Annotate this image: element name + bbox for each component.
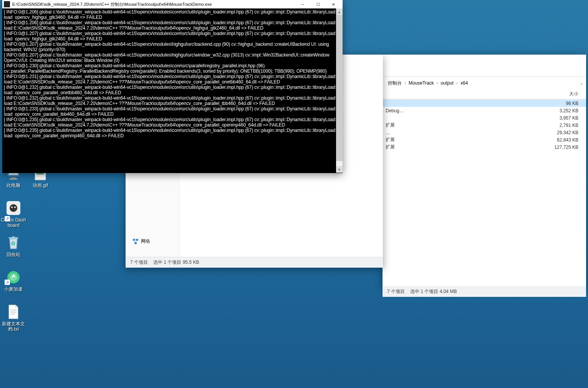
column-header-row[interactable]: 大小: [383, 89, 586, 99]
minimize-button[interactable]: ─: [295, 0, 310, 8]
file-size: 2,791 KB: [552, 123, 583, 128]
file-size: 62,843 KB: [552, 137, 583, 143]
svg-point-12: [10, 204, 17, 212]
chevron-right-icon: ›: [437, 80, 438, 86]
file-size: 3,957 KB: [552, 115, 583, 121]
file-type: Debug…: [386, 108, 404, 113]
icon-label: 动画.gif: [27, 183, 54, 188]
console-output[interactable]: [ INFO:0@1.206] global c:\build\master_w…: [2, 8, 343, 173]
explorer-titlebar-area: [383, 55, 586, 77]
scroll-down-button[interactable]: ▾: [336, 166, 343, 173]
breadcrumb-segment[interactable]: MouseTrack: [406, 79, 436, 87]
console-line: [ INFO:0@1.232] global c:\build\master_w…: [4, 95, 341, 106]
status-bar: 7 个项目 选中 1 个项目 4.04 MB: [383, 286, 586, 297]
svg-point-14: [14, 206, 16, 208]
svg-rect-9: [11, 177, 16, 178]
file-size: 29,342 KB: [552, 130, 583, 135]
icon-label: 新建文本文档.txt: [0, 321, 27, 332]
icon-label: 此电脑: [0, 183, 27, 188]
icon-label: 小麦加速: [0, 286, 27, 292]
console-line: [ INFO:0@1.207] global c:\build\master_w…: [4, 31, 341, 42]
console-line: [ INFO:0@1.235] global c:\build\master_w…: [4, 128, 341, 138]
network-icon: [133, 238, 139, 245]
file-type: 扩展: [386, 144, 395, 150]
chevron-right-icon: ›: [456, 80, 458, 86]
file-row[interactable]: 扩展2,791 KB: [383, 122, 586, 129]
file-size: 96 KB: [552, 101, 583, 106]
explorer-window-x64[interactable]: 控制台 › MouseTrack › output › x64 ⌄ 大小 96 …: [383, 55, 586, 287]
breadcrumb-bar[interactable]: 控制台 › MouseTrack › output › x64 ⌄: [383, 77, 586, 89]
file-type: …: [386, 130, 390, 135]
breadcrumb-segment[interactable]: x64: [458, 79, 470, 87]
console-line: [ INFO:0@1.235] global c:\build\master_w…: [4, 117, 341, 128]
svg-line-29: [134, 241, 136, 242]
console-line: [ INFO:0@1.207] global c:\build\master_w…: [4, 42, 341, 52]
icon-label: Cocos Dashboard: [0, 217, 27, 228]
desktop-icon-recyclebin[interactable]: ♻ 回收站: [0, 235, 27, 257]
breadcrumb-segment[interactable]: 控制台: [386, 79, 404, 88]
svg-rect-10: [10, 178, 17, 180]
cocos-app-icon: [5, 200, 22, 216]
console-line: [ INFO:0@1.231] global c:\build\master_w…: [4, 74, 341, 85]
console-line: [ INFO:0@1.207] global c:\build\master_w…: [4, 52, 341, 63]
file-type: 扩展: [386, 122, 395, 128]
console-title-text: E:\Code\SNSDK\sdk_release_2024.7.20\demo…: [12, 2, 295, 7]
file-type: 扩展: [386, 137, 395, 143]
file-list[interactable]: 96 KB Debug…3,252 KB 3,957 KB 扩展2,791 KB…: [383, 99, 586, 286]
scrollbar[interactable]: ▴ ▾: [336, 8, 343, 173]
console-line: [ INFO:0@1.232] global c:\build\master_w…: [4, 85, 341, 95]
console-line: [ INFO:0@1.206] global c:\build\master_w…: [4, 20, 341, 31]
status-bar: 7 个项目 选中 1 个项目 95.5 KB: [126, 257, 383, 268]
shortcut-arrow-icon: ↗: [5, 280, 10, 285]
desktop-icon-cocos[interactable]: ↗ Cocos Dashboard: [0, 200, 27, 228]
icon-label: 回收站: [0, 252, 27, 257]
svg-point-13: [11, 206, 13, 208]
file-row[interactable]: 3,957 KB: [383, 114, 586, 122]
file-size: 127,725 KB: [552, 145, 583, 150]
tree-item-label: 网络: [141, 238, 150, 245]
desktop-icon-textfile[interactable]: 新建文本文档.txt: [0, 304, 27, 332]
chevron-down-icon[interactable]: ⌄: [580, 81, 583, 85]
svg-text:♻: ♻: [11, 240, 16, 246]
console-window[interactable]: E:\Code\SNSDK\sdk_release_2024.7.20\demo…: [2, 0, 343, 173]
file-row[interactable]: 扩展62,843 KB: [383, 136, 586, 143]
maximize-button[interactable]: ☐: [310, 0, 326, 8]
console-titlebar[interactable]: E:\Code\SNSDK\sdk_release_2024.7.20\demo…: [2, 0, 343, 8]
svg-rect-27: [136, 239, 138, 241]
scrollbar-thumb[interactable]: [336, 15, 343, 161]
status-selection: 选中 1 个项目 4.04 MB: [410, 288, 457, 295]
svg-rect-28: [134, 242, 137, 244]
scroll-up-button[interactable]: ▴: [336, 8, 343, 15]
status-item-count: 7 个项目: [387, 288, 405, 295]
chevron-right-icon: ›: [404, 80, 406, 86]
tree-item-network[interactable]: 网络: [133, 238, 150, 245]
status-selection: 选中 1 个项目 95.5 KB: [153, 259, 199, 266]
column-header-size[interactable]: 大小: [569, 91, 583, 97]
file-row[interactable]: …29,342 KB: [383, 129, 586, 136]
file-size: 3,252 KB: [552, 108, 583, 113]
breadcrumb-segment[interactable]: output: [439, 79, 456, 87]
file-row[interactable]: Debug…3,252 KB: [383, 107, 586, 114]
desktop-icon-xiaomai[interactable]: ↗ 小麦加速: [0, 269, 27, 292]
recyclebin-icon: ♻: [5, 235, 22, 251]
close-button[interactable]: ✕: [326, 0, 341, 8]
svg-rect-15: [9, 237, 18, 239]
file-row[interactable]: 96 KB: [383, 100, 586, 107]
cmd-icon: [4, 1, 10, 7]
file-row[interactable]: 扩展127,725 KB: [383, 143, 586, 151]
shortcut-arrow-icon: ↗: [5, 216, 10, 221]
console-line: [ INFO:0@1.230] global c:\build\master_w…: [4, 63, 341, 74]
svg-line-30: [136, 241, 137, 242]
console-line: [ INFO:0@1.233] global c:\build\master_w…: [4, 106, 341, 117]
status-item-count: 7 个项目: [130, 259, 148, 266]
console-line: [ INFO:0@1.206] global c:\build\master_w…: [4, 9, 341, 20]
svg-rect-26: [133, 239, 135, 241]
textfile-icon: [5, 304, 22, 320]
